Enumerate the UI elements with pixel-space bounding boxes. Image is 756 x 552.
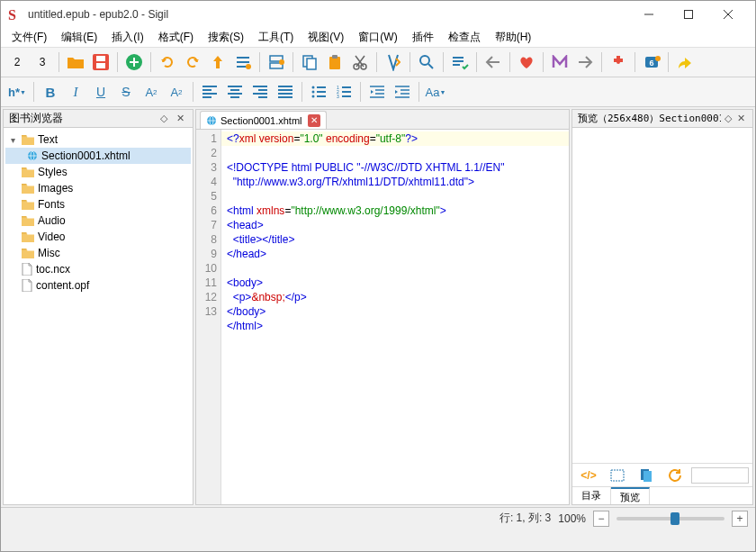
code-view-icon[interactable]: </> xyxy=(577,464,600,487)
svg-rect-24 xyxy=(453,60,464,62)
arrow-right-button[interactable] xyxy=(573,50,597,74)
svg-point-31 xyxy=(312,95,315,98)
italic-button[interactable]: I xyxy=(64,80,87,104)
code-body[interactable]: <?xml version="1.0" encoding="utf-8"?> <… xyxy=(221,130,569,504)
tree-item[interactable]: Images xyxy=(5,180,191,196)
maximize-button[interactable] xyxy=(669,2,708,27)
epub3-button[interactable]: 3 xyxy=(31,50,54,74)
tab-toc[interactable]: 目录 xyxy=(572,487,611,504)
tree-item[interactable]: toc.ncx xyxy=(5,261,191,277)
select-icon[interactable] xyxy=(606,464,629,487)
book-browser-panel: 图书浏览器 ◇ ✕ ▾TextSection0001.xhtmlStylesIm… xyxy=(3,109,194,505)
tab-close-button[interactable]: ✕ xyxy=(308,114,320,127)
close-button[interactable] xyxy=(708,2,748,27)
search-button[interactable] xyxy=(415,50,438,74)
preview-address-input[interactable] xyxy=(691,467,749,484)
tree-item[interactable]: content.opf xyxy=(5,277,191,294)
split-button[interactable] xyxy=(265,50,288,74)
main-area: 图书浏览器 ◇ ✕ ▾TextSection0001.xhtmlStylesIm… xyxy=(1,107,755,507)
menu-bar: 文件(F) 编辑(E) 插入(I) 格式(F) 搜索(S) 工具(T) 视图(V… xyxy=(1,28,755,48)
svg-rect-9 xyxy=(237,61,249,63)
bold-button[interactable]: B xyxy=(39,80,62,104)
paste-button[interactable] xyxy=(323,50,346,74)
code-editor[interactable]: 12345678910111213 <?xml version="1.0" en… xyxy=(196,130,569,504)
tree-item[interactable]: Styles xyxy=(5,164,191,180)
preview-close-button[interactable]: ✕ xyxy=(735,112,747,126)
copy-button[interactable] xyxy=(298,50,321,74)
back-button[interactable] xyxy=(482,50,505,74)
heading-button[interactable]: h*▼ xyxy=(5,80,29,104)
case-button[interactable]: Aa▼ xyxy=(424,80,447,104)
favorite-button[interactable] xyxy=(515,50,538,74)
editor-tab[interactable]: Section0001.xhtml ✕ xyxy=(200,111,327,129)
validate-button[interactable] xyxy=(382,50,405,74)
file-tree[interactable]: ▾TextSection0001.xhtmlStylesImagesFontsA… xyxy=(4,128,193,504)
panel-close-button[interactable]: ✕ xyxy=(173,112,187,126)
plugin-button[interactable] xyxy=(607,50,630,74)
menu-format[interactable]: 格式(F) xyxy=(151,28,201,47)
svg-rect-8 xyxy=(237,57,249,59)
preview-title: 预览（256x480）Section0001.xhtml xyxy=(578,112,721,125)
run-button[interactable] xyxy=(673,50,697,74)
arrow-up-button[interactable] xyxy=(206,50,230,74)
preview-body xyxy=(572,128,752,463)
tree-item[interactable]: Misc xyxy=(5,245,191,261)
align-justify-button[interactable] xyxy=(274,80,297,104)
menu-checkpoint[interactable]: 检查点 xyxy=(441,28,488,47)
menu-search[interactable]: 搜索(S) xyxy=(201,28,251,47)
add-button[interactable] xyxy=(122,50,146,74)
number-list-button[interactable]: 123 xyxy=(332,80,356,104)
menu-tools[interactable]: 工具(T) xyxy=(251,28,301,47)
superscript-button[interactable]: A2 xyxy=(165,80,188,104)
menu-file[interactable]: 文件(F) xyxy=(4,28,54,47)
metadata-button[interactable] xyxy=(548,50,572,74)
redo-button[interactable] xyxy=(181,50,204,74)
cut-button[interactable] xyxy=(348,50,372,74)
svg-rect-23 xyxy=(453,57,464,59)
undo-button[interactable] xyxy=(156,50,179,74)
preview-float-button[interactable]: ◇ xyxy=(723,112,734,126)
svg-rect-16 xyxy=(307,59,316,69)
svg-rect-6 xyxy=(96,63,105,68)
minimize-button[interactable] xyxy=(629,2,669,27)
menu-plugins[interactable]: 插件 xyxy=(405,28,441,47)
align-center-button[interactable] xyxy=(223,80,247,104)
bullet-list-button[interactable] xyxy=(307,80,330,104)
indent-button[interactable] xyxy=(391,80,414,104)
tree-item[interactable]: Video xyxy=(5,229,191,245)
svg-rect-18 xyxy=(332,55,338,59)
toolbar-1: 2 3 6 xyxy=(1,48,755,77)
svg-rect-43 xyxy=(644,471,652,482)
panel-title: 图书浏览器 xyxy=(9,111,63,126)
toc-button[interactable] xyxy=(231,50,255,74)
tree-item[interactable]: ▾Text xyxy=(5,131,191,148)
tree-item[interactable]: Section0001.xhtml xyxy=(5,148,191,164)
zoom-level: 100% xyxy=(558,512,586,525)
align-right-button[interactable] xyxy=(248,80,272,104)
menu-insert[interactable]: 插入(I) xyxy=(104,28,150,47)
panel-float-button[interactable]: ◇ xyxy=(157,112,171,126)
spellcheck-button[interactable] xyxy=(448,50,472,74)
save-button[interactable] xyxy=(89,50,112,74)
checkpoint-button[interactable]: 6 xyxy=(640,50,663,74)
menu-help[interactable]: 帮助(H) xyxy=(488,28,539,47)
title-bar: S untitled.epub - epub2.0 - Sigil xyxy=(1,1,755,28)
reload-icon[interactable] xyxy=(663,464,687,487)
subscript-button[interactable]: A2 xyxy=(140,80,163,104)
open-button[interactable] xyxy=(64,50,87,74)
align-left-button[interactable] xyxy=(198,80,221,104)
zoom-in-button[interactable]: + xyxy=(732,511,748,527)
underline-button[interactable]: U xyxy=(89,80,112,104)
tree-item[interactable]: Fonts xyxy=(5,196,191,213)
menu-view[interactable]: 视图(V) xyxy=(301,28,351,47)
menu-edit[interactable]: 编辑(E) xyxy=(54,28,104,47)
tree-item[interactable]: Audio xyxy=(5,213,191,229)
tab-preview[interactable]: 预览 xyxy=(611,487,650,504)
copy-preview-icon[interactable] xyxy=(634,464,658,487)
strikethrough-button[interactable]: S xyxy=(114,80,138,104)
epub2-button[interactable]: 2 xyxy=(5,50,29,74)
outdent-button[interactable] xyxy=(365,80,389,104)
zoom-slider[interactable] xyxy=(616,517,724,520)
zoom-out-button[interactable]: − xyxy=(593,511,609,527)
menu-window[interactable]: 窗口(W) xyxy=(351,28,404,47)
